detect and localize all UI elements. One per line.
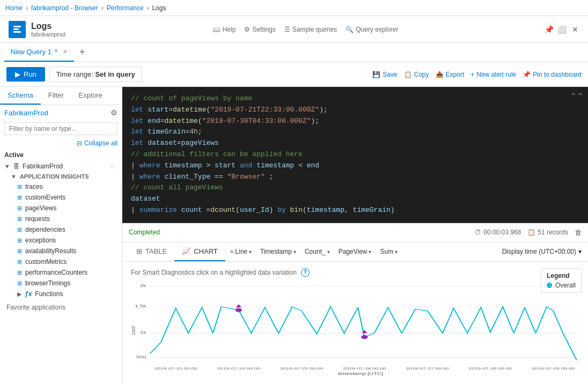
pageview-dropdown[interactable]: PageView ▾ xyxy=(334,246,376,257)
record-count-stat: 📋 51 records xyxy=(527,229,568,236)
breadcrumb-performance[interactable]: Performance xyxy=(107,4,144,12)
breadcrumb-current: Logs xyxy=(152,4,166,12)
workspace-label[interactable]: FabrikamProd xyxy=(4,109,48,117)
tree-item-traces[interactable]: ⊞ traces xyxy=(0,181,122,192)
tab-close-icon[interactable]: ✕ xyxy=(63,48,68,55)
sum-dropdown[interactable]: Sum ▾ xyxy=(376,246,402,257)
tree-item-availabilityresults[interactable]: ⊞ availabilityResults xyxy=(0,246,122,256)
favorite-star[interactable]: ☆ xyxy=(109,163,115,170)
settings-button[interactable]: ⚙ Settings xyxy=(244,26,275,33)
collapse-icon: ⊟ xyxy=(77,139,82,147)
chevron-down-icon: ▾ xyxy=(578,248,582,255)
clock-icon: ⏱ xyxy=(475,229,481,236)
table-icon: ⊞ xyxy=(17,194,22,201)
title-bar: Logs fabrikamprod 📖 Help ⚙ Settings ☰ Sa… xyxy=(0,16,588,43)
search-icon: 🔍 xyxy=(346,26,354,33)
view-tab-table[interactable]: ⊞ TABLE xyxy=(129,242,174,261)
info-icon[interactable]: ? xyxy=(301,268,310,277)
tree-app-insights[interactable]: ▼ APPLICATION INSIGHTS xyxy=(0,172,122,181)
chevron-down-icon: ▾ xyxy=(395,249,398,255)
tree-item-label: browserTimings xyxy=(25,279,70,287)
run-button[interactable]: ▶ Run xyxy=(6,67,45,82)
page-title: Logs xyxy=(31,21,65,31)
tree-item-custommetrics[interactable]: ⊞ customMetrics xyxy=(0,256,122,267)
sample-queries-button[interactable]: ☰ Sample queries xyxy=(284,26,337,33)
breadcrumb-fabrikam[interactable]: fabrikamprod - Browser xyxy=(31,4,98,12)
tree-item-functions[interactable]: ▶ ƒx Functions xyxy=(0,289,122,299)
tab-label: New Query 1 xyxy=(11,48,52,56)
breadcrumb: Home › fabrikamprod - Browser › Performa… xyxy=(0,0,588,16)
export-button[interactable]: 📤 Export xyxy=(436,71,465,78)
delete-results-button[interactable]: 🗑 xyxy=(575,229,582,237)
tab-bar: New Query 1 * ✕ + xyxy=(0,43,588,62)
completed-status: Completed xyxy=(129,229,160,236)
tree-item-label: pageViews xyxy=(25,204,57,212)
main-layout: Schema Filter Explore FabrikamProd ⚙ ⊟ C… xyxy=(0,87,588,383)
tree-item-pageviews[interactable]: ⊞ pageViews xyxy=(0,203,122,213)
save-button[interactable]: 💾 Save xyxy=(372,71,397,78)
chart-container: 2k 1.5k 1k 500 count 2019-07-23 00:00 20… xyxy=(122,281,588,377)
copy-icon: 📋 xyxy=(404,71,412,78)
tree-item-label: dependencies xyxy=(25,226,65,233)
tree-item-dependencies[interactable]: ⊞ dependencies xyxy=(0,224,122,235)
filter-icon[interactable]: ⚙ xyxy=(111,108,117,117)
sidebar: Schema Filter Explore FabrikamProd ⚙ ⊟ C… xyxy=(0,87,122,383)
legend-title: Legend xyxy=(547,272,576,279)
anomaly-marker-2[interactable] xyxy=(361,335,367,339)
tree-workspace-root[interactable]: ▼ 🗄 FabrikamProd ☆ xyxy=(0,161,122,172)
svg-text:2019-07-26 00:00: 2019-07-26 00:00 xyxy=(343,366,386,370)
pin-dashboard-button[interactable]: 📌 Pin to dashboard xyxy=(523,71,582,78)
line-dropdown[interactable]: ≈ Line ▾ xyxy=(226,246,256,257)
svg-text:2019-07-24 00:00: 2019-07-24 00:00 xyxy=(217,366,261,370)
sidebar-tab-schema[interactable]: Schema xyxy=(0,87,41,105)
help-button[interactable]: 📖 Help xyxy=(212,26,236,33)
toolbar-right: 💾 Save 📋 Copy 📤 Export + New alert rule … xyxy=(372,71,582,78)
duration-stat: ⏱ 00:00:03.968 xyxy=(475,229,521,236)
query-line-3: let end=datetime("2019-07-30T04:33:00.00… xyxy=(131,116,579,127)
query-tab-1[interactable]: New Query 1 * ✕ xyxy=(4,43,74,62)
display-time-selector[interactable]: Display time (UTC+00:00) ▾ xyxy=(502,248,582,255)
view-tab-chart[interactable]: 📈 CHART xyxy=(174,242,225,261)
query-editor[interactable]: // count of pageViews by name let start=… xyxy=(122,87,588,223)
tree-item-performancecounters[interactable]: ⊞ performanceCounters xyxy=(0,267,122,278)
tree-item-requests[interactable]: ⊞ requests xyxy=(0,213,122,224)
tree-item-label: exceptions xyxy=(25,237,56,244)
title-actions: 📖 Help ⚙ Settings ☰ Sample queries 🔍 Que… xyxy=(212,26,399,33)
results-stats: ⏱ 00:00:03.968 📋 51 records 🗑 xyxy=(475,229,582,237)
expand-icon-ai: ▼ xyxy=(11,173,17,180)
svg-text:2019-07-27 00:00: 2019-07-27 00:00 xyxy=(406,366,449,370)
workspace-name: FabrikamProd xyxy=(23,163,63,170)
tree-item-customevents[interactable]: ⊞ customEvents xyxy=(0,192,122,203)
query-area: // count of pageViews by name let start=… xyxy=(122,87,588,383)
tree-item-label: availabilityResults xyxy=(25,247,76,255)
tree-item-browsertimings[interactable]: ⊞ browserTimings xyxy=(0,278,122,289)
count-dropdown[interactable]: Count_ ▾ xyxy=(300,246,334,257)
sidebar-tab-filter[interactable]: Filter xyxy=(41,87,71,105)
collapse-editor-button[interactable]: ⌃⌃ xyxy=(570,91,584,101)
table-view-icon: ⊞ xyxy=(136,247,142,255)
pin-button[interactable]: 📌 xyxy=(545,25,554,34)
timestamp-dropdown[interactable]: Timestamp ▾ xyxy=(256,246,300,257)
query-explorer-button[interactable]: 🔍 Query explorer xyxy=(346,26,398,33)
add-tab-button[interactable]: + xyxy=(74,43,91,62)
play-icon: ▶ xyxy=(15,70,20,78)
smart-diag-text: For Smart Diagnostics click on a highlig… xyxy=(131,269,297,276)
anomaly-marker-1[interactable] xyxy=(236,308,242,312)
results-bar: Completed ⏱ 00:00:03.968 📋 51 records 🗑 xyxy=(122,223,588,242)
copy-button[interactable]: 📋 Copy xyxy=(404,71,429,78)
table-icon: ⊞ xyxy=(17,216,22,223)
breadcrumb-home[interactable]: Home xyxy=(5,4,23,12)
toolbar-left: ▶ Run Time range: Set in query xyxy=(6,67,142,82)
tree-item-exceptions[interactable]: ⊞ exceptions xyxy=(0,235,122,246)
close-button[interactable]: ✕ xyxy=(571,25,579,34)
table-icon: ⊞ xyxy=(17,280,22,287)
maximize-button[interactable]: ⬜ xyxy=(558,25,567,34)
tree-item-label: performanceCounters xyxy=(25,269,87,276)
collapse-all-button[interactable]: ⊟ Collapse all xyxy=(0,137,122,149)
new-alert-button[interactable]: + New alert rule xyxy=(471,71,516,78)
line-icon: ≈ xyxy=(230,248,234,255)
time-range-button[interactable]: Time range: Set in query xyxy=(49,67,142,82)
sidebar-tab-explore[interactable]: Explore xyxy=(71,87,110,105)
filter-search-input[interactable] xyxy=(4,122,117,135)
title-left: Logs fabrikamprod xyxy=(9,21,65,38)
